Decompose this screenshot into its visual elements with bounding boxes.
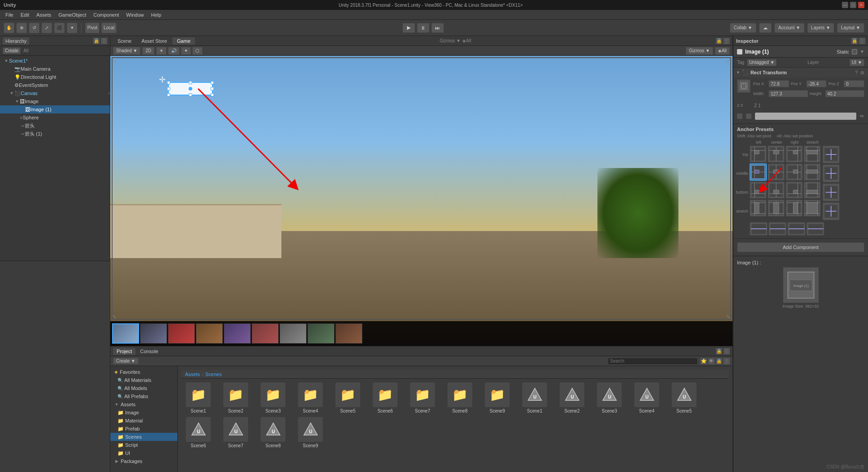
asset-scene7-file[interactable]: U Scene7 (219, 417, 253, 448)
handle-bl[interactable] (167, 93, 170, 96)
handle-tr[interactable] (211, 81, 214, 84)
rt-gear-btn[interactable]: ⚙ (859, 70, 865, 75)
anchor-bot-center[interactable] (768, 182, 785, 199)
project-more-btn[interactable]: ⋮ (723, 348, 730, 354)
asset-scene6-folder[interactable]: 📁 Scene6 (368, 382, 402, 413)
hierarchy-tab[interactable]: Hierarchy (3, 37, 29, 45)
local-btn[interactable]: Local (101, 23, 117, 33)
pos-y-field[interactable]: -26.4 (806, 80, 827, 87)
asset-scene5-file[interactable]: U Scene5 (667, 382, 701, 413)
shading-dropdown[interactable]: Shaded ▼ (113, 47, 140, 55)
rt-color-field[interactable] (755, 113, 856, 120)
center-lock-btn[interactable]: 🔒 (716, 38, 722, 44)
asset-scene9-folder[interactable]: 📁 Scene9 (480, 382, 514, 413)
lighting-btn[interactable]: ☀ (156, 47, 167, 55)
resize-handle[interactable]: ⤡ (726, 313, 731, 320)
minimize-btn[interactable]: — (842, 2, 848, 8)
asset-scene9-file[interactable]: U Scene9 (294, 417, 327, 448)
gizmos-btn[interactable]: Gizmos ▼ (686, 47, 713, 55)
thumb-4[interactable] (196, 323, 223, 344)
thumb-9[interactable] (335, 323, 362, 344)
asset-scene2-folder[interactable]: 📁 Scene2 (219, 382, 253, 413)
anchor-top-right[interactable] (786, 145, 803, 163)
anchor-bot-extra-3[interactable] (787, 222, 805, 236)
anchor-top-center[interactable] (768, 145, 785, 163)
all-materials-item[interactable]: 🔍 All Materials (110, 376, 177, 384)
handle-br[interactable] (211, 93, 214, 96)
thumb-6[interactable] (252, 323, 279, 344)
resize-handle-bl[interactable]: ⤣ (112, 313, 117, 320)
menu-file[interactable]: File (2, 11, 17, 18)
prefab-folder[interactable]: 📁 Prefab (110, 425, 177, 433)
hierarchy-dir-light[interactable]: 💡 Directional Light (0, 73, 110, 81)
anchor-mid-right[interactable] (786, 163, 803, 181)
assets-folder[interactable]: ▼ Assets (110, 400, 177, 408)
hidden-btn[interactable]: ⬡ (192, 47, 203, 55)
pos-x-field[interactable]: 72.8 (769, 80, 789, 87)
project-star-btn[interactable]: ⭐ (701, 358, 707, 364)
material-folder[interactable]: 📁 Material (110, 417, 177, 425)
dimension-btn[interactable]: 2D (142, 47, 154, 55)
anchor-extra-1[interactable] (823, 145, 840, 163)
hierarchy-image-1[interactable]: 🖼 Image (1) (0, 105, 110, 113)
effect-btn[interactable]: ✦ (181, 47, 191, 55)
ui-folder[interactable]: 📁 UI (110, 449, 177, 457)
all-btn[interactable]: ◈All (715, 47, 730, 55)
step-btn[interactable]: ⏭ (431, 23, 444, 33)
thumb-2[interactable] (140, 323, 167, 344)
game-view[interactable]: ✛ (110, 56, 732, 346)
anchor-str-stretch[interactable] (804, 200, 821, 217)
layout-btn[interactable]: Layout ▼ (837, 23, 864, 33)
packages-folder[interactable]: ▶ Packages (110, 457, 177, 465)
rt-edit-icon[interactable]: ✏ (860, 113, 864, 119)
anchor-bot-stretch[interactable] (804, 182, 821, 199)
hierarchy-sphere[interactable]: ○ Sphere (0, 113, 110, 122)
game-selection-box[interactable] (168, 82, 213, 95)
close-btn[interactable]: ✕ (858, 2, 864, 8)
handle-ml[interactable] (167, 87, 170, 91)
asset-scene1-file[interactable]: U Scene1 (518, 382, 552, 413)
hierarchy-jiantou[interactable]: → 箭头 (0, 122, 110, 130)
asset-scene4-folder[interactable]: 📁 Scene4 (294, 382, 327, 413)
menu-gameobject[interactable]: GameObject (55, 11, 90, 18)
anchor-top-left[interactable] (750, 145, 767, 163)
thumb-8[interactable] (307, 323, 335, 344)
project-lock-btn[interactable]: 🔒 (716, 348, 722, 354)
rect-transform-header[interactable]: ▼ ⬛ Rect Transform ? ⚙ (733, 68, 868, 77)
asset-store-tab[interactable]: Asset Store (137, 37, 172, 45)
menu-assets[interactable]: Assets (33, 11, 55, 18)
asset-scene7-folder[interactable]: 📁 Scene7 (406, 382, 439, 413)
menu-help[interactable]: Help (147, 11, 165, 18)
anchor-top-stretch[interactable] (804, 145, 821, 163)
anchor-mid-stretch[interactable] (804, 163, 821, 181)
layers-btn[interactable]: Layers ▼ (807, 23, 835, 33)
static-checkbox[interactable] (852, 49, 857, 54)
menu-window[interactable]: Window (122, 11, 147, 18)
layer-dropdown[interactable]: UI ▼ (850, 59, 864, 66)
hierarchy-lock-btn[interactable]: 🔒 (93, 38, 99, 44)
anchor-extra-2[interactable] (823, 164, 840, 182)
resize-handle-tl[interactable]: ↔ (112, 58, 118, 64)
console-tab[interactable]: Console (136, 348, 162, 355)
project-eye-btn[interactable]: 👁 (708, 358, 714, 364)
play-btn[interactable]: ▶ (402, 23, 415, 33)
pos-z-field[interactable]: 0 (844, 80, 864, 87)
breadcrumb-assets[interactable]: Assets (185, 372, 200, 377)
rt-script-btn[interactable]: ? (854, 70, 859, 75)
tool-rect[interactable]: ⬛ (54, 23, 65, 33)
hierarchy-event-system[interactable]: ⚙ EventSystem (0, 81, 110, 89)
anchor-bot-extra-2[interactable] (769, 222, 787, 236)
account-btn[interactable]: Account ▼ (774, 23, 805, 33)
tag-dropdown[interactable]: Untagged ▼ (747, 59, 777, 66)
scene-tab[interactable]: Scene (113, 37, 136, 45)
audio-btn[interactable]: 🔊 (168, 47, 180, 55)
project-lock2-btn[interactable]: 🔒 (716, 358, 722, 364)
collab-btn[interactable]: Collab ▼ (730, 23, 756, 33)
anchor-mid-left[interactable] (750, 163, 767, 181)
project-more2-btn[interactable]: ⋮ (723, 358, 730, 364)
image-folder[interactable]: 📁 Image (110, 408, 177, 417)
rt-settings-btn[interactable] (737, 113, 742, 119)
anchor-str-left[interactable] (750, 200, 767, 217)
handle-tl[interactable] (167, 81, 170, 84)
asset-scene2-file[interactable]: U Scene2 (555, 382, 589, 413)
